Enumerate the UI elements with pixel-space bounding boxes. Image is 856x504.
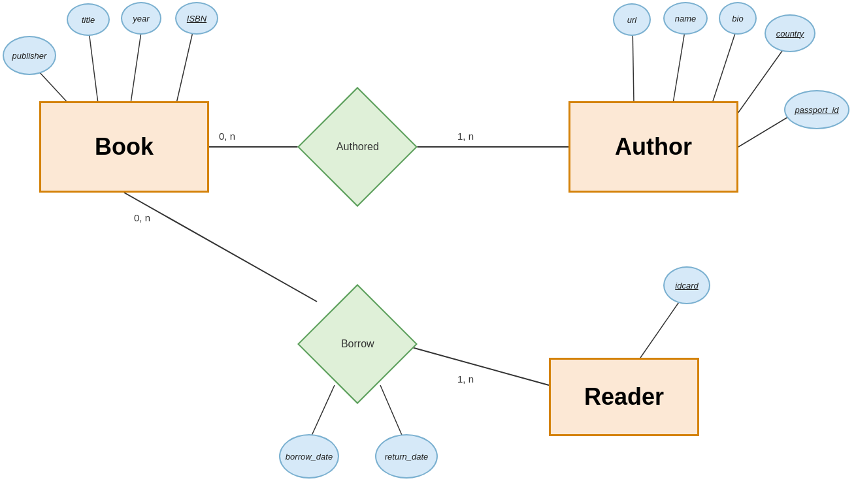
svg-line-1 — [88, 26, 98, 103]
year-attr: year — [121, 2, 161, 35]
publisher-attr: publisher — [3, 36, 56, 75]
url-label: url — [627, 15, 636, 25]
svg-line-2 — [131, 24, 142, 103]
svg-line-6 — [712, 24, 738, 103]
authored-label: Authored — [337, 141, 379, 153]
isbn-attr: ISBN — [175, 2, 218, 35]
cardinality-author-authored: 1, n — [457, 131, 474, 142]
bio-attr: bio — [719, 2, 757, 35]
svg-line-7 — [737, 42, 789, 114]
return-date-attr: return_date — [375, 434, 438, 479]
country-attr: country — [765, 14, 815, 52]
name-attr: name — [663, 2, 708, 35]
cardinality-book-authored: 0, n — [219, 131, 235, 142]
borrow-date-attr: borrow_date — [279, 434, 339, 479]
publisher-label: publisher — [12, 51, 47, 61]
book-entity: Book — [39, 101, 209, 193]
idcard-label: idcard — [675, 281, 698, 291]
title-label: title — [82, 15, 95, 25]
passport-id-label: passport_id — [795, 105, 838, 115]
borrow-label: Borrow — [341, 338, 374, 350]
svg-line-4 — [633, 25, 634, 103]
bio-label: bio — [732, 14, 743, 24]
svg-line-5 — [673, 24, 686, 103]
country-label: country — [776, 29, 804, 39]
name-label: name — [675, 14, 697, 24]
svg-line-15 — [400, 344, 549, 385]
year-label: year — [133, 14, 149, 24]
cardinality-reader-borrow: 1, n — [457, 373, 474, 385]
svg-line-3 — [176, 24, 195, 103]
url-attr: url — [613, 3, 651, 36]
passport-id-attr: passport_id — [784, 90, 849, 129]
isbn-label: ISBN — [187, 14, 206, 24]
author-label: Author — [615, 133, 692, 161]
author-entity: Author — [568, 101, 738, 193]
title-attr: title — [67, 3, 110, 36]
book-label: Book — [95, 133, 154, 161]
idcard-attr: idcard — [663, 266, 710, 304]
return-date-label: return_date — [385, 452, 429, 462]
borrow-date-label: borrow_date — [286, 452, 333, 462]
reader-label: Reader — [584, 383, 664, 411]
reader-entity: Reader — [549, 358, 699, 436]
svg-line-14 — [124, 193, 317, 302]
cardinality-book-borrow: 0, n — [134, 212, 150, 223]
svg-line-8 — [738, 114, 793, 147]
